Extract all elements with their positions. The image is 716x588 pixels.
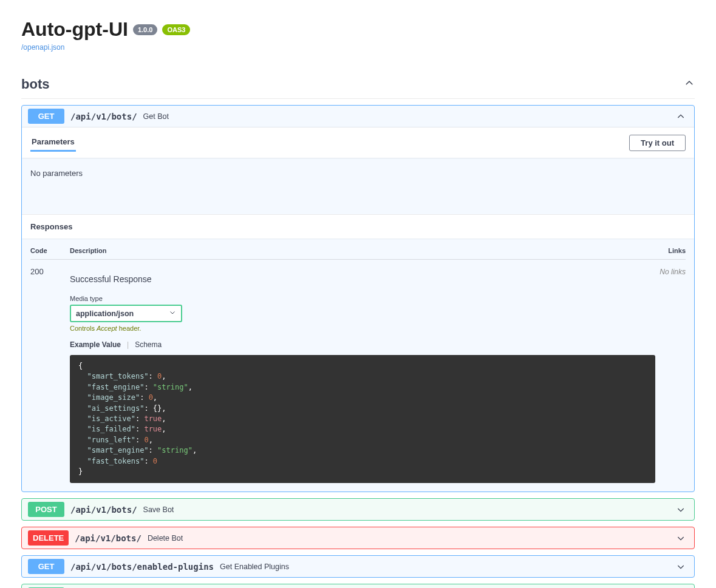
example-json-code: { "smart_tokens": 0, "fast_engine": "str… (70, 355, 655, 483)
tab-schema[interactable]: Schema (135, 340, 162, 349)
no-parameters-label: No parameters (22, 158, 694, 214)
tag-name: bots (21, 76, 49, 92)
th-links: Links (655, 247, 686, 254)
response-code: 200 (30, 267, 70, 483)
oas-badge: OAS3 (162, 24, 190, 35)
chevron-up-icon (684, 78, 695, 91)
version-badge: 1.0.0 (133, 24, 157, 35)
summary-text: Save Bot (143, 505, 670, 514)
tag-toggle-bots[interactable]: bots (21, 70, 695, 99)
chevron-down-icon (676, 533, 688, 543)
path: /api/v1/bots/ (75, 533, 141, 543)
opblock-post-0: POST/api/v1/bots/Save Bot (21, 498, 695, 521)
opblock-body: Parameters Try it out No parameters Resp… (22, 127, 694, 492)
opblock-delete-1: DELETE/api/v1/bots/Delete Bot (21, 527, 695, 549)
chevron-down-icon (169, 309, 176, 318)
path: /api/v1/bots/ (70, 505, 137, 515)
method-badge: GET (28, 559, 64, 574)
chevron-up-icon (676, 112, 688, 121)
tab-parameters[interactable]: Parameters (30, 133, 76, 152)
opblock-summary-get-bots[interactable]: GET /api/v1/bots/ Get Bot (22, 106, 694, 127)
summary-text: Get Bot (143, 112, 670, 121)
responses-table: Code Description Links 200 Successful Re… (22, 238, 694, 492)
api-header: Auto-gpt-UI 1.0.0 OAS3 /openapi.json (21, 18, 695, 52)
summary-text: Get Enabled Plugins (220, 563, 670, 571)
th-code: Code (30, 247, 70, 254)
responses-heading: Responses (22, 214, 694, 238)
summary-text: Delete Bot (148, 534, 670, 542)
method-badge: DELETE (28, 530, 69, 546)
opblock-summary[interactable]: POST/api/v1/bots/Save Bot (22, 499, 694, 520)
spec-link[interactable]: /openapi.json (21, 43, 64, 52)
opblock-get-2: GET/api/v1/bots/enabled-pluginsGet Enabl… (21, 555, 695, 578)
method-badge: GET (28, 109, 64, 124)
method-badge: POST (28, 502, 64, 517)
accept-header-hint: Controls Accept header. (70, 325, 655, 332)
chevron-down-icon (676, 505, 688, 515)
th-description: Description (70, 247, 655, 254)
opblock-get-bots: GET /api/v1/bots/ Get Bot Parameters Try… (21, 105, 695, 492)
tag-section-bots: bots GET /api/v1/bots/ Get Bot Parameter… (21, 70, 695, 588)
chevron-down-icon (676, 562, 688, 572)
opblock-summary[interactable]: DELETE/api/v1/bots/Delete Bot (22, 527, 694, 549)
opblock-summary[interactable]: POST/api/v1/bots/parse-settingsParse Ai … (22, 584, 694, 588)
path: /api/v1/bots/enabled-plugins (70, 562, 214, 572)
tab-example-value[interactable]: Example Value (70, 340, 121, 349)
no-links-label: No links (660, 268, 686, 276)
media-type-value: application/json (76, 309, 134, 318)
response-description: Successful Response (70, 274, 655, 284)
opblock-summary[interactable]: GET/api/v1/bots/enabled-pluginsGet Enabl… (22, 556, 694, 577)
opblock-post-3: POST/api/v1/bots/parse-settingsParse Ai … (21, 584, 695, 588)
media-type-select[interactable]: application/json (70, 305, 182, 322)
try-it-out-button[interactable]: Try it out (629, 135, 686, 151)
tab-separator: | (127, 340, 129, 349)
media-type-label: Media type (70, 295, 655, 302)
api-title: Auto-gpt-UI (21, 18, 128, 41)
path: /api/v1/bots/ (70, 112, 137, 121)
